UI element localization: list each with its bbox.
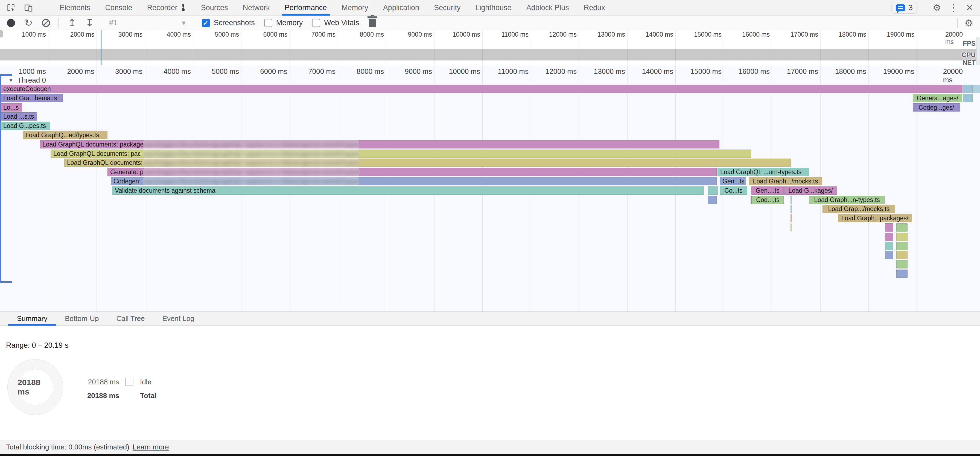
flame-bar-codegen-[interactable]: Codegen:packages/buckets/graphql-types/s… (111, 177, 717, 185)
tab-adblock-plus[interactable]: Adblock Plus (519, 0, 576, 16)
kebab-menu-icon[interactable]: ⋮ (949, 3, 958, 12)
tab-memory[interactable]: Memory (334, 0, 376, 16)
flame-bar[interactable] (751, 196, 752, 204)
flame-bar-cod-ts[interactable]: Cod....ts (752, 196, 784, 204)
flame-bar-load-graphql-documents-[interactable]: Load GraphQL documents:packages/buckets/… (64, 159, 791, 167)
flame-bar-gen-ts[interactable]: Gen...ts (720, 177, 746, 185)
flame-bar-load-graphql-urn-types-ts[interactable]: Load GraphQL ...urn-types.ts (718, 168, 809, 176)
flame-chart[interactable]: ▼ Thread 0 1000 ms2000 ms3000 ms4000 ms5… (0, 66, 980, 311)
device-toolbar-icon[interactable] (22, 2, 35, 14)
reload-and-record-icon[interactable]: ↻ (24, 18, 33, 28)
tab-sources[interactable]: Sources (194, 0, 235, 16)
tab-recorder[interactable]: Recorder (140, 0, 194, 16)
flame-bar-lo-s[interactable]: Lo...s (0, 103, 22, 111)
tab-security[interactable]: Security (426, 0, 468, 16)
unchecked-checkbox-icon[interactable] (264, 19, 272, 27)
flame-bar-generate-p[interactable]: Generate: ppackages/buckets/graphql-type… (107, 168, 717, 176)
flame-bar-label: executeCodegen (3, 85, 51, 92)
flame-bar-load-graphql-documents-pac[interactable]: Load GraphQL documents: pacpackages/buck… (51, 149, 751, 158)
flame-bar[interactable] (791, 214, 792, 222)
overview-gridline (434, 30, 434, 65)
timeline-overview[interactable]: 1000 ms2000 ms3000 ms4000 ms5000 ms6000 … (0, 30, 980, 65)
flame-bar[interactable] (896, 251, 908, 259)
save-profile-icon[interactable]: ↧ (85, 18, 94, 28)
flame-bar-co-ts[interactable]: Co...ts (720, 186, 747, 195)
flame-bar-load-graph-packages-[interactable]: Load Graph...packages/ (838, 214, 912, 222)
tab-lighthouse[interactable]: Lighthouse (468, 0, 519, 16)
flame-bar-load-s-ts[interactable]: Load ...s.ts (0, 112, 37, 121)
checkbox-memory[interactable]: Memory (264, 19, 303, 27)
flame-bar[interactable] (885, 233, 893, 241)
details-tab-summary[interactable]: Summary (8, 312, 56, 326)
flame-tick-label: 7000 ms (308, 67, 338, 76)
flame-bar[interactable] (885, 251, 893, 259)
unchecked-checkbox-icon[interactable] (312, 19, 320, 27)
details-tab-event-log[interactable]: Event Log (154, 312, 203, 326)
tab-redux[interactable]: Redux (576, 0, 612, 16)
learn-more-link[interactable]: Learn more (133, 443, 169, 451)
thread-header[interactable]: ▼ Thread 0 (8, 76, 46, 84)
issues-button[interactable]: 3 (891, 2, 917, 14)
flame-bar-load-graphq-ed-types-ts[interactable]: Load GraphQ...ed/types.ts (23, 131, 107, 139)
flame-bar-codeg-ges-[interactable]: Codeg...ges/ (913, 103, 960, 111)
checked-checkbox-icon[interactable]: ✓ (202, 19, 210, 27)
tab-performance[interactable]: Performance (277, 0, 334, 16)
details-tab-bottom-up[interactable]: Bottom-Up (56, 312, 107, 326)
flame-bar-load-graphql-documents-package[interactable]: Load GraphQL documents: packagepackages/… (40, 140, 719, 148)
flame-bar[interactable] (708, 186, 718, 195)
summary-legend: 20188 msIdle20188 msTotal (82, 375, 156, 402)
flame-bar[interactable] (963, 94, 973, 102)
flame-bar[interactable] (896, 260, 908, 269)
tab-label: Memory (342, 3, 368, 12)
tab-application[interactable]: Application (376, 0, 426, 16)
trash-icon[interactable] (369, 19, 376, 27)
capture-settings-gear-icon[interactable]: ⚙ (965, 18, 973, 28)
flame-tick-label: 2000 ms (67, 67, 97, 76)
tab-console[interactable]: Console (98, 0, 140, 16)
flame-bar-load-gra-hema-ts[interactable]: Load Gra...hema.ts (0, 94, 63, 102)
status-footer: Total blocking time: 0.00ms (estimated) … (0, 440, 980, 454)
checkbox-web-vitals[interactable]: Web Vitals (312, 19, 359, 27)
overview-left-handle[interactable] (0, 30, 3, 37)
checkbox-screenshots[interactable]: ✓Screenshots (202, 19, 255, 27)
settings-gear-icon[interactable]: ⚙ (933, 3, 941, 12)
flame-bar[interactable] (973, 85, 980, 93)
history-dropdown-caret-icon[interactable]: ▾ (182, 19, 186, 27)
legend-row-total: 20188 msTotal (82, 389, 156, 402)
details-tab-call-tree[interactable]: Call Tree (108, 312, 154, 326)
tab-label: Application (383, 3, 419, 12)
flame-bar-load-g-pes-ts[interactable]: Load G...pes.ts (0, 122, 50, 130)
flame-bar[interactable] (885, 223, 893, 232)
flame-bar[interactable] (896, 223, 908, 232)
flame-bar[interactable] (896, 242, 908, 250)
inspect-element-icon[interactable] (5, 2, 17, 14)
flame-bar[interactable] (896, 270, 908, 278)
tab-network[interactable]: Network (235, 0, 277, 16)
flame-bar-load-graph-n-types-ts[interactable]: Load Graph...n-types.ts (809, 196, 885, 204)
tab-elements[interactable]: Elements (52, 0, 98, 16)
load-profile-icon[interactable]: ↥ (68, 18, 76, 28)
flame-bar-load-grap-mocks-ts[interactable]: Load Grap.../mocks.ts (822, 205, 895, 213)
legend-row-idle: 20188 msIdle (82, 375, 156, 389)
flame-bar-load-graph-mocks-ts[interactable]: Load Graph.../mocks.ts (749, 177, 822, 185)
clear-icon[interactable] (42, 19, 50, 27)
flame-bar[interactable] (708, 196, 717, 204)
flame-bar[interactable] (963, 85, 973, 93)
close-icon[interactable]: ✕ (966, 3, 974, 12)
overview-scrollbar[interactable] (977, 37, 980, 65)
flame-bar[interactable] (791, 223, 792, 232)
redacted-text-region: packages/buckets/graphql-types/src/data/… (143, 149, 359, 158)
flame-bar-load-g-kages-[interactable]: Load G...kages/ (784, 186, 837, 195)
flame-bar[interactable] (885, 242, 893, 250)
flame-bar-genera-ages-[interactable]: Genera...ages/ (913, 94, 962, 102)
flame-bar[interactable] (791, 205, 792, 213)
overview-tick-label: 4000 ms (167, 31, 193, 38)
record-button[interactable] (7, 19, 15, 27)
flame-bar-validate-documents-against-schema[interactable]: Validate documents against schema (112, 186, 704, 195)
flame-bar[interactable] (791, 196, 792, 204)
flame-bar-executecodegen[interactable]: executeCodegen (0, 85, 963, 93)
divider (40, 3, 40, 13)
flame-bar[interactable] (896, 233, 908, 241)
flame-bar-gen-ts[interactable]: Gen....ts (751, 186, 784, 195)
details-tab-label: Bottom-Up (65, 315, 99, 323)
